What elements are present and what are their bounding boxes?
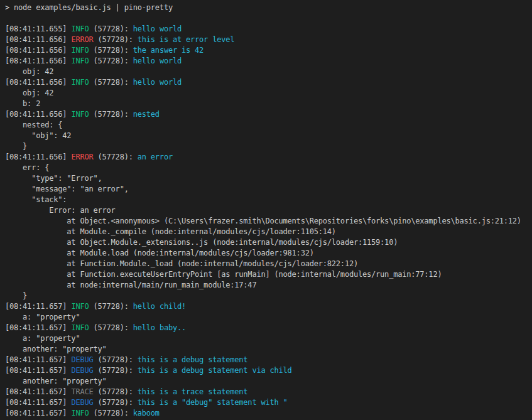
- stack-line: at Module._compile (node:internal/module…: [5, 227, 532, 237]
- text-segment: hello child!: [133, 302, 186, 311]
- text-segment: hello world: [133, 57, 182, 65]
- text-segment: (57728):: [89, 57, 133, 65]
- log-line: [08:41:11.657] INFO (57728): hello baby.…: [5, 323, 532, 333]
- text-segment: [08:41:11.656]: [5, 153, 71, 161]
- text-segment: another: "property": [5, 345, 107, 353]
- text-segment: nested: [133, 110, 160, 119]
- text-segment: INFO: [71, 110, 89, 119]
- text-segment: [08:41:11.656]: [5, 35, 71, 44]
- text-segment: [08:41:11.657]: [5, 323, 71, 332]
- text-segment: this is at error level: [138, 35, 235, 44]
- text-segment: INFO: [71, 302, 89, 311]
- stack-line: at node:internal/main/run_main_module:17…: [5, 280, 532, 291]
- text-segment: obj: 42: [5, 89, 53, 97]
- log-line: [08:41:11.655] INFO (57728): hello world: [5, 24, 532, 35]
- text-segment: at Function.executeUserEntryPoint [as ru…: [5, 270, 442, 279]
- text-segment: obj: 42: [5, 67, 53, 76]
- text-segment: INFO: [71, 57, 89, 65]
- text-segment: this is a "debug" statement with ": [138, 398, 288, 407]
- detail-line: another: "property": [5, 376, 532, 387]
- stack-line: at Object.<anonymous> (C:\Users\frazer.s…: [5, 216, 532, 227]
- text-segment: this is a debug statement via child: [138, 366, 292, 375]
- text-segment: }: [5, 142, 27, 151]
- detail-line: "message": "an error",: [5, 184, 532, 195]
- text-segment: "obj": 42: [5, 131, 71, 140]
- log-line: [08:41:11.657] DEBUG (57728): this is a …: [5, 355, 532, 365]
- log-line: [08:41:11.657] DEBUG (57728): this is a …: [5, 365, 532, 376]
- text-segment: [08:41:11.656]: [5, 78, 71, 87]
- text-segment: nested: {: [5, 121, 62, 129]
- text-segment: the answer is 42: [133, 46, 204, 55]
- text-segment: at Module._compile (node:internal/module…: [5, 227, 336, 236]
- text-segment: [08:41:11.656]: [5, 110, 71, 119]
- text-segment: at Object.<anonymous> (C:\Users\frazer.s…: [5, 217, 521, 225]
- text-segment: err: {: [5, 163, 49, 172]
- text-segment: DEBUG: [71, 398, 93, 407]
- stack-line: at Object.Module._extensions..js (node:i…: [5, 237, 532, 248]
- text-segment: (57728):: [89, 323, 133, 332]
- text-segment: (57728):: [94, 355, 138, 364]
- detail-line: a: "property": [5, 333, 532, 344]
- text-segment: [08:41:11.656]: [5, 57, 71, 65]
- text-segment: (57728):: [89, 78, 133, 87]
- text-segment: at Function.Module._load (node:internal/…: [5, 259, 358, 268]
- detail-line: nested: {: [5, 120, 532, 131]
- log-line: [08:41:11.657] INFO (57728): hello child…: [5, 301, 532, 312]
- stack-line: Error: an error: [5, 205, 532, 216]
- detail-line: }: [5, 291, 532, 301]
- log-line: [08:41:11.656] INFO (57728): nested: [5, 109, 532, 120]
- log-line: [08:41:11.656] ERROR (57728): an error: [5, 152, 532, 163]
- text-segment: INFO: [71, 24, 89, 33]
- text-segment: [08:41:11.655]: [5, 24, 71, 33]
- text-segment: (57728):: [89, 110, 133, 119]
- text-segment: hello world: [133, 24, 182, 33]
- text-segment: "stack":: [5, 195, 67, 204]
- text-segment: TRACE: [71, 387, 93, 396]
- text-segment: }: [5, 291, 27, 300]
- text-segment: DEBUG: [71, 355, 93, 364]
- text-segment: [08:41:11.657]: [5, 366, 71, 375]
- stack-line: at Function.executeUserEntryPoint [as ru…: [5, 269, 532, 280]
- text-segment: (57728):: [89, 302, 133, 311]
- detail-line: b: 2: [5, 99, 532, 109]
- text-segment: ERROR: [71, 35, 93, 44]
- text-segment: [08:41:11.657]: [5, 302, 71, 311]
- detail-line: "stack":: [5, 195, 532, 205]
- text-segment: INFO: [71, 46, 89, 55]
- text-segment: [08:41:11.656]: [5, 46, 71, 55]
- text-segment: Error: an error: [5, 206, 116, 215]
- text-segment: INFO: [71, 409, 89, 417]
- text-segment: (57728):: [94, 35, 138, 44]
- text-segment: (57728):: [89, 409, 133, 417]
- text-segment: a: "property": [5, 313, 80, 321]
- text-segment: [08:41:11.657]: [5, 387, 71, 396]
- text-segment: "type": "Error",: [5, 174, 102, 183]
- terminal-output[interactable]: > node examples/basic.js | pino-pretty[0…: [0, 0, 532, 420]
- log-line: [08:41:11.656] INFO (57728): hello world: [5, 56, 532, 67]
- text-segment: at Object.Module._extensions..js (node:i…: [5, 238, 398, 247]
- stack-line: at Function.Module._load (node:internal/…: [5, 259, 532, 269]
- text-segment: an error: [138, 153, 173, 161]
- text-segment: INFO: [71, 78, 89, 87]
- text-segment: ERROR: [71, 153, 93, 161]
- text-segment: at node:internal/main/run_main_module:17…: [5, 281, 256, 289]
- text-segment: at Module.load (node:internal/modules/cj…: [5, 249, 314, 257]
- text-segment: this is a trace statement: [138, 387, 248, 396]
- text-segment: (57728):: [94, 387, 138, 396]
- text-segment: > node examples/basic.js | pino-pretty: [5, 3, 173, 12]
- blank-line: [5, 13, 532, 24]
- detail-line: obj: 42: [5, 67, 532, 77]
- detail-line: "obj": 42: [5, 131, 532, 141]
- text-segment: (57728):: [94, 366, 138, 375]
- text-segment: (57728):: [94, 153, 138, 161]
- text-segment: DEBUG: [71, 366, 93, 375]
- detail-line: obj: 42: [5, 88, 532, 99]
- text-segment: hello world: [133, 78, 182, 87]
- log-line: [08:41:11.656] INFO (57728): hello world: [5, 77, 532, 88]
- stack-line: at Module.load (node:internal/modules/cj…: [5, 248, 532, 259]
- text-segment: kaboom: [133, 409, 160, 417]
- text-segment: a: "property": [5, 334, 80, 343]
- text-segment: [08:41:11.657]: [5, 355, 71, 364]
- text-segment: [08:41:11.657]: [5, 398, 71, 407]
- log-line: [08:41:11.656] ERROR (57728): this is at…: [5, 35, 532, 45]
